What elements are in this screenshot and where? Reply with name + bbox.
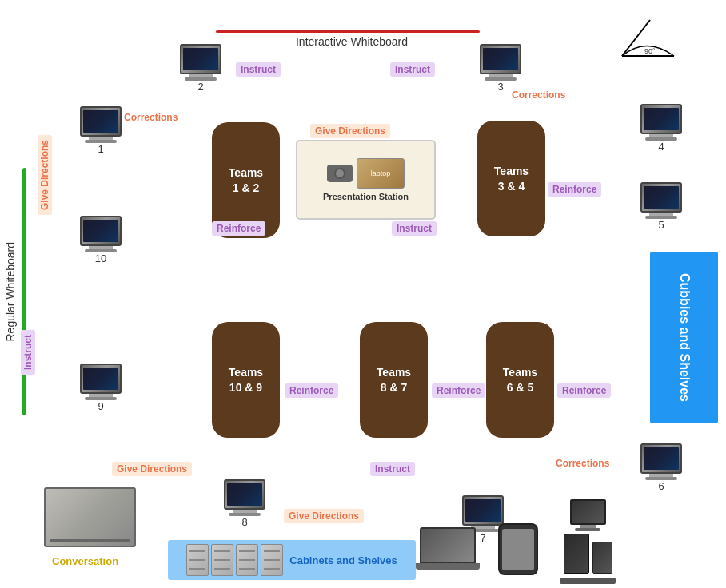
corrections-label-6: Corrections (556, 458, 609, 469)
regular-whiteboard-greenline (22, 168, 26, 415)
monitor-5 (640, 182, 682, 213)
computer-1: 1 (80, 106, 122, 155)
presentation-station: laptop Presentation Station (296, 140, 436, 220)
give-directions-desk: Give Directions (112, 462, 192, 476)
left-instruct-label: Instruct (21, 330, 35, 375)
reinforce-team-1-2: Reinforce (212, 221, 265, 236)
left-give-directions-label: Give Directions (37, 135, 51, 215)
reinforce-team-3-4: Reinforce (548, 182, 601, 197)
classroom-layout: Interactive Whiteboard Regular Whiteboar… (0, 0, 726, 588)
cabinets-label: Cabinets and Shelves (289, 554, 397, 566)
give-directions-center: Give Directions (310, 124, 390, 138)
pres-station-label: Presentation Station (323, 192, 409, 201)
computer-9: 9 (80, 364, 122, 412)
conversation-label: Conversation (52, 555, 118, 567)
instruct-label-2: Instruct (236, 62, 281, 77)
reinforce-team-8-7: Reinforce (432, 383, 485, 398)
team-6-5-table: Teams6 & 5 (486, 322, 554, 438)
interactive-whiteboard-line (216, 30, 480, 33)
file-cabinet-2 (211, 544, 233, 576)
monitor-1 (80, 106, 122, 137)
corrections-label-1: Corrections (124, 112, 178, 123)
monitor-8 (224, 479, 265, 510)
laptop-7 (416, 527, 480, 570)
file-cabinet-3 (236, 544, 258, 576)
svg-text:90°: 90° (644, 47, 656, 55)
give-directions-8: Give Directions (284, 509, 364, 523)
monitor-4 (640, 104, 682, 134)
file-cabinet-4 (261, 544, 283, 576)
team-8-7-table: Teams8 & 7 (360, 322, 428, 438)
computer-10: 10 (80, 216, 122, 264)
monitor-3 (480, 44, 521, 74)
monitor-10 (80, 216, 122, 246)
monitor-2 (180, 44, 221, 74)
file-cabinet-1 (186, 544, 209, 576)
teacher-desk (44, 487, 136, 547)
cabinets-shelves: Cabinets and Shelves (168, 540, 416, 580)
tablet-7 (498, 523, 538, 575)
monitor-6 (640, 443, 682, 474)
regular-whiteboard-label: Regular Whiteboard (4, 168, 17, 415)
corrections-label-3: Corrections (512, 89, 565, 101)
monitor-7 (462, 495, 504, 526)
instruct-label-3: Instruct (390, 62, 435, 77)
monitor-9 (80, 364, 122, 394)
team-10-9-table: Teams10 & 9 (212, 322, 280, 438)
reinforce-team-6-5: Reinforce (557, 383, 611, 398)
interactive-whiteboard-label: Interactive Whiteboard (264, 35, 440, 48)
team-3-4-table: Teams3 & 4 (477, 121, 545, 236)
computer-4: 4 (640, 104, 682, 153)
pc-area: PC (560, 499, 616, 588)
computer-6: 6 (640, 443, 682, 492)
reinforce-team-10-9: Reinforce (285, 383, 338, 398)
cubbies-shelves: Cubbies and Shelves (650, 252, 718, 423)
computer-5: 5 (640, 182, 682, 231)
computer-8: 8 (224, 479, 265, 528)
angle-tool: 90° (614, 12, 678, 60)
computer-3: 3 (480, 44, 521, 93)
computer-2: 2 (180, 44, 221, 93)
instruct-label-8: Instruct (370, 462, 415, 476)
instruct-pres-station: Instruct (392, 221, 437, 236)
